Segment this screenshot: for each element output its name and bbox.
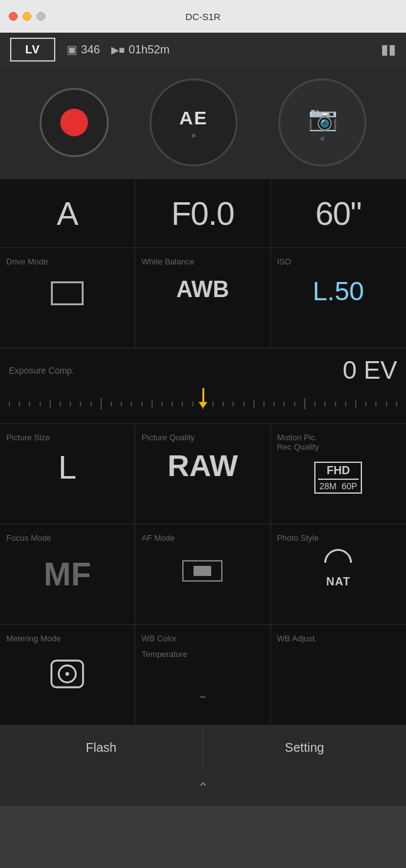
tick <box>365 401 366 406</box>
exposure-header: Exposure Comp. 0 EV <box>9 356 397 384</box>
photo-dot <box>321 137 324 141</box>
tick <box>40 401 41 406</box>
photo-style-wrapper: NAT <box>324 549 352 589</box>
af-mode-icon <box>182 560 222 582</box>
drive-mode-icon <box>51 281 84 305</box>
photo-style-value: NAT <box>326 575 351 589</box>
maximize-button[interactable] <box>36 12 45 21</box>
wb-adjust-cell[interactable]: WB Adjust. <box>271 625 406 725</box>
fhd-box: FHD 28M 60P <box>314 462 362 494</box>
tick <box>50 400 51 408</box>
record-button[interactable] <box>40 88 109 157</box>
camera-controls-area: AE 📷 <box>0 67 406 178</box>
tick <box>9 401 10 406</box>
wb-color-label: WB Color <box>141 634 177 643</box>
tick <box>212 401 214 406</box>
tick <box>375 401 376 406</box>
row-mode: A F0.0 60" <box>0 179 406 248</box>
exposure-label: Exposure Comp. <box>9 366 74 376</box>
drive-mode-cell[interactable]: Drive Mode <box>0 248 135 348</box>
shutter-cell[interactable]: 60" <box>271 179 406 247</box>
tick <box>273 401 275 406</box>
indicator-line <box>202 388 204 402</box>
focus-mode-label: Focus Mode <box>6 533 52 543</box>
row-metering: Metering Mode WB Color Temperature - WB … <box>0 625 406 725</box>
shutter-value: 60" <box>315 195 361 232</box>
ae-label: AE <box>179 107 208 129</box>
row-controls: Drive Mode White Balance AWB ISO L.50 <box>0 248 406 349</box>
picture-quality-value: RAW <box>168 448 238 483</box>
iso-value: L.50 <box>312 276 364 307</box>
picture-size-value: L <box>58 448 77 486</box>
row-exposure[interactable]: Exposure Comp. 0 EV <box>0 349 406 424</box>
tick <box>60 401 61 406</box>
aperture-value: F0.0 <box>171 195 234 232</box>
metering-mode-label: Metering Mode <box>6 634 61 643</box>
tick <box>121 401 122 406</box>
white-balance-cell[interactable]: White Balance AWB <box>135 248 270 348</box>
row-chevron[interactable]: ⌃ <box>0 771 406 806</box>
picture-quality-cell[interactable]: Picture Quality RAW <box>135 424 270 524</box>
photo-style-cell[interactable]: Photo Style NAT <box>271 524 406 624</box>
motion-label-2: Rec Quality <box>277 442 319 452</box>
tick <box>29 401 30 406</box>
fhd-60p: 60P <box>341 481 357 491</box>
wb-color-temp-cell[interactable]: WB Color Temperature - <box>135 625 270 725</box>
white-balance-value: AWB <box>176 276 229 303</box>
tick <box>182 401 183 406</box>
tick <box>324 401 326 406</box>
tick <box>91 401 92 406</box>
window-controls <box>9 12 45 21</box>
tick <box>386 401 387 406</box>
mode-cell[interactable]: A <box>0 179 135 247</box>
motion-cell[interactable]: Motion Pic. Rec Quality FHD 28M 60P <box>271 424 406 524</box>
tick <box>162 401 163 406</box>
tick <box>263 401 265 406</box>
af-mode-cell[interactable]: AF Mode <box>135 524 270 624</box>
minimize-button[interactable] <box>23 12 31 21</box>
tick <box>243 401 244 406</box>
fhd-28m: 28M <box>319 481 336 491</box>
motion-label-1: Motion Pic. <box>277 433 317 442</box>
iso-cell[interactable]: ISO L.50 <box>271 248 406 348</box>
camera-icon: ▣ <box>67 43 77 57</box>
main-grid: A F0.0 60" Drive Mode White Balance AWB … <box>0 178 406 806</box>
setting-button[interactable]: Setting <box>203 725 406 770</box>
metering-svg <box>49 656 85 692</box>
aperture-cell[interactable]: F0.0 <box>135 179 270 247</box>
tick <box>283 401 285 406</box>
ae-button[interactable]: AE <box>150 79 238 166</box>
metering-mode-cell[interactable]: Metering Mode <box>0 625 135 725</box>
record-dot <box>60 109 88 136</box>
picture-size-cell[interactable]: Picture Size L <box>0 424 135 524</box>
fhd-label: FHD <box>318 463 359 480</box>
picture-quality-label: Picture Quality <box>141 433 195 442</box>
close-button[interactable] <box>9 12 18 21</box>
tick <box>355 400 356 408</box>
tick <box>192 401 194 406</box>
tick <box>80 401 81 406</box>
mode-value: A <box>57 195 78 232</box>
tick <box>19 401 20 406</box>
wb-temp-value: - <box>199 684 206 707</box>
video-time-item: ▶■ 01h52m <box>111 43 170 57</box>
focus-mode-cell[interactable]: Focus Mode MF <box>0 524 135 624</box>
camera-shutter-icon: 📷 <box>308 104 337 132</box>
tick <box>304 398 305 410</box>
focus-mode-value: MF <box>44 555 91 593</box>
wb-temp-label: Temperature <box>141 649 187 659</box>
row-picture: Picture Size L Picture Quality RAW Motio… <box>0 424 406 524</box>
window-title: DC-S1R <box>185 11 221 22</box>
tick <box>345 401 346 406</box>
af-inner-box <box>194 566 211 576</box>
tick <box>70 401 71 406</box>
photo-button[interactable]: 📷 <box>278 79 366 166</box>
white-balance-label: White Balance <box>141 257 194 266</box>
iso-label: ISO <box>277 257 291 266</box>
indicator-triangle <box>199 402 207 408</box>
lv-button[interactable]: LV <box>10 38 55 62</box>
drive-mode-label: Drive Mode <box>6 257 48 266</box>
tick <box>172 401 173 406</box>
flash-button[interactable]: Flash <box>0 725 203 770</box>
nat-spinner-icon <box>319 543 358 582</box>
